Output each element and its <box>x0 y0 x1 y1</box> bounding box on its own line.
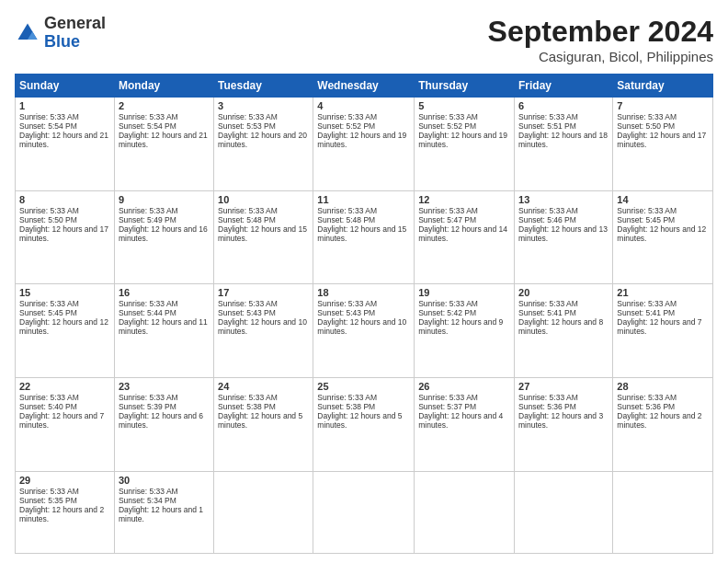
table-row: 20 Sunrise: 5:33 AM Sunset: 5:41 PM Dayl… <box>515 284 613 378</box>
table-row: 7 Sunrise: 5:33 AM Sunset: 5:50 PM Dayli… <box>613 98 713 191</box>
daylight-label: Daylight: 12 hours and 21 minutes. <box>119 131 208 149</box>
title-area: September 2024 Casiguran, Bicol, Philipp… <box>488 15 713 64</box>
day-number: 14 <box>617 194 709 205</box>
calendar-week-row: 1 Sunrise: 5:33 AM Sunset: 5:54 PM Dayli… <box>16 98 713 191</box>
sunset-label: Sunset: 5:43 PM <box>317 308 375 317</box>
col-wednesday: Wednesday <box>313 75 415 98</box>
day-number: 19 <box>418 287 510 298</box>
location-subtitle: Casiguran, Bicol, Philippines <box>488 49 713 64</box>
table-row: 16 Sunrise: 5:33 AM Sunset: 5:44 PM Dayl… <box>114 284 213 378</box>
table-row: 12 Sunrise: 5:33 AM Sunset: 5:47 PM Dayl… <box>415 190 515 284</box>
table-row: 19 Sunrise: 5:33 AM Sunset: 5:42 PM Dayl… <box>415 284 515 378</box>
table-row: 13 Sunrise: 5:33 AM Sunset: 5:46 PM Dayl… <box>515 190 613 284</box>
sunrise-label: Sunrise: 5:33 AM <box>418 299 478 308</box>
day-number: 26 <box>418 381 510 392</box>
sunrise-label: Sunrise: 5:33 AM <box>317 112 377 121</box>
col-saturday: Saturday <box>613 75 713 98</box>
daylight-label: Daylight: 12 hours and 13 minutes. <box>518 224 608 243</box>
day-number: 16 <box>119 287 210 298</box>
calendar-week-row: 8 Sunrise: 5:33 AM Sunset: 5:50 PM Dayli… <box>16 190 713 284</box>
table-row: 8 Sunrise: 5:33 AM Sunset: 5:50 PM Dayli… <box>16 190 115 284</box>
table-row <box>415 471 515 553</box>
day-number: 11 <box>317 194 410 205</box>
calendar: Sunday Monday Tuesday Wednesday Thursday… <box>15 74 713 554</box>
day-number: 17 <box>218 287 309 298</box>
table-row <box>515 471 613 553</box>
table-row: 9 Sunrise: 5:33 AM Sunset: 5:49 PM Dayli… <box>114 190 213 284</box>
daylight-label: Daylight: 12 hours and 14 minutes. <box>418 224 507 243</box>
day-number: 8 <box>19 194 110 205</box>
sunrise-label: Sunrise: 5:33 AM <box>418 112 478 121</box>
table-row: 24 Sunrise: 5:33 AM Sunset: 5:38 PM Dayl… <box>214 378 313 472</box>
daylight-label: Daylight: 12 hours and 6 minutes. <box>119 411 203 430</box>
table-row: 11 Sunrise: 5:33 AM Sunset: 5:48 PM Dayl… <box>313 190 415 284</box>
daylight-label: Daylight: 12 hours and 4 minutes. <box>418 411 503 430</box>
day-number: 3 <box>218 100 309 111</box>
col-sunday: Sunday <box>16 75 115 98</box>
daylight-label: Daylight: 12 hours and 16 minutes. <box>119 224 208 243</box>
sunset-label: Sunset: 5:52 PM <box>317 121 375 131</box>
sunset-label: Sunset: 5:54 PM <box>119 121 176 131</box>
sunrise-label: Sunrise: 5:33 AM <box>119 206 178 215</box>
sunset-label: Sunset: 5:54 PM <box>19 121 77 131</box>
sunrise-label: Sunrise: 5:33 AM <box>19 487 79 496</box>
sunset-label: Sunset: 5:53 PM <box>218 121 276 131</box>
sunset-label: Sunset: 5:45 PM <box>19 308 77 317</box>
sunrise-label: Sunrise: 5:33 AM <box>317 299 377 308</box>
day-number: 20 <box>518 287 609 298</box>
daylight-label: Daylight: 12 hours and 3 minutes. <box>518 411 603 430</box>
day-number: 25 <box>317 381 410 392</box>
sunset-label: Sunset: 5:49 PM <box>119 215 176 224</box>
sunrise-label: Sunrise: 5:33 AM <box>218 112 278 121</box>
sunrise-label: Sunrise: 5:33 AM <box>119 299 178 308</box>
daylight-label: Daylight: 12 hours and 5 minutes. <box>218 411 302 430</box>
day-number: 10 <box>218 194 309 205</box>
day-number: 22 <box>19 381 110 392</box>
calendar-header-row: Sunday Monday Tuesday Wednesday Thursday… <box>16 75 713 98</box>
page: General Blue September 2024 Casiguran, B… <box>0 0 728 563</box>
col-friday: Friday <box>515 75 613 98</box>
sunset-label: Sunset: 5:48 PM <box>317 215 375 224</box>
daylight-label: Daylight: 12 hours and 19 minutes. <box>317 131 406 149</box>
table-row: 30 Sunrise: 5:33 AM Sunset: 5:34 PM Dayl… <box>114 471 213 553</box>
day-number: 21 <box>617 287 709 298</box>
sunrise-label: Sunrise: 5:33 AM <box>518 299 578 308</box>
sunrise-label: Sunrise: 5:33 AM <box>518 393 578 402</box>
daylight-label: Daylight: 12 hours and 11 minutes. <box>119 317 208 336</box>
table-row: 2 Sunrise: 5:33 AM Sunset: 5:54 PM Dayli… <box>114 98 213 191</box>
sunrise-label: Sunrise: 5:33 AM <box>317 393 377 402</box>
sunset-label: Sunset: 5:50 PM <box>617 121 675 131</box>
table-row: 18 Sunrise: 5:33 AM Sunset: 5:43 PM Dayl… <box>313 284 415 378</box>
day-number: 18 <box>317 287 410 298</box>
table-row: 27 Sunrise: 5:33 AM Sunset: 5:36 PM Dayl… <box>515 378 613 472</box>
sunset-label: Sunset: 5:51 PM <box>518 121 576 131</box>
day-number: 13 <box>518 194 609 205</box>
header: General Blue September 2024 Casiguran, B… <box>15 15 713 64</box>
sunset-label: Sunset: 5:52 PM <box>418 121 476 131</box>
sunrise-label: Sunrise: 5:33 AM <box>617 299 677 308</box>
daylight-label: Daylight: 12 hours and 19 minutes. <box>418 131 507 149</box>
daylight-label: Daylight: 12 hours and 20 minutes. <box>218 131 307 149</box>
table-row: 15 Sunrise: 5:33 AM Sunset: 5:45 PM Dayl… <box>16 284 115 378</box>
col-thursday: Thursday <box>415 75 515 98</box>
sunset-label: Sunset: 5:38 PM <box>317 402 375 411</box>
table-row: 17 Sunrise: 5:33 AM Sunset: 5:43 PM Dayl… <box>214 284 313 378</box>
sunset-label: Sunset: 5:50 PM <box>19 215 77 224</box>
sunset-label: Sunset: 5:48 PM <box>218 215 276 224</box>
day-number: 2 <box>119 100 210 111</box>
daylight-label: Daylight: 12 hours and 17 minutes. <box>617 131 706 149</box>
daylight-label: Daylight: 12 hours and 10 minutes. <box>218 317 307 336</box>
day-number: 23 <box>119 381 210 392</box>
table-row: 22 Sunrise: 5:33 AM Sunset: 5:40 PM Dayl… <box>16 378 115 472</box>
sunrise-label: Sunrise: 5:33 AM <box>418 206 478 215</box>
sunrise-label: Sunrise: 5:33 AM <box>218 299 278 308</box>
sunrise-label: Sunrise: 5:33 AM <box>218 206 278 215</box>
daylight-label: Daylight: 12 hours and 15 minutes. <box>317 224 406 243</box>
day-number: 6 <box>518 100 609 111</box>
sunrise-label: Sunrise: 5:33 AM <box>119 393 178 402</box>
daylight-label: Daylight: 12 hours and 18 minutes. <box>518 131 608 149</box>
day-number: 30 <box>119 475 210 486</box>
table-row: 28 Sunrise: 5:33 AM Sunset: 5:36 PM Dayl… <box>613 378 713 472</box>
sunset-label: Sunset: 5:38 PM <box>218 402 276 411</box>
sunrise-label: Sunrise: 5:33 AM <box>617 112 677 121</box>
